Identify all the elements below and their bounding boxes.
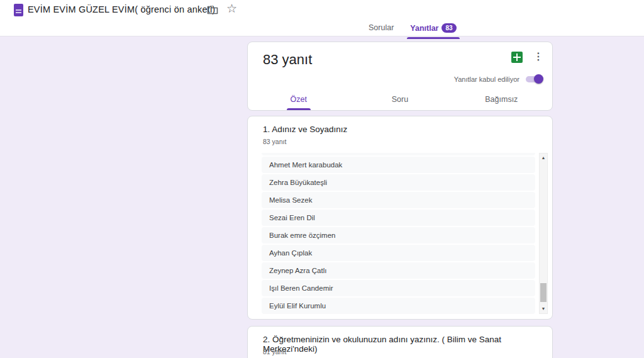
question-2-card: 2. Öğretmeninizin ve okulunuzun adını ya… — [247, 326, 553, 358]
scrollbar-up-arrow-icon[interactable]: ▲ — [540, 154, 547, 162]
answer-row: Ayhan Çıplak — [262, 245, 535, 261]
accepting-responses-label: Yanıtlar kabul ediliyor — [454, 76, 519, 83]
create-spreadsheet-icon[interactable] — [511, 52, 523, 63]
accepting-responses-row: Yanıtlar kabul ediliyor — [454, 76, 542, 83]
answer-row: Eylül Elif Kurumlu — [262, 298, 535, 314]
answer-row: Sezai Eren Dil — [262, 210, 535, 226]
responses-count-badge: 83 — [441, 23, 456, 33]
toggle-thumb — [534, 74, 543, 84]
active-tab-underline — [407, 37, 459, 39]
tab-yanitlar-label: Yanıtlar — [410, 24, 438, 33]
question-1-answers-list[interactable]: Ahmet Mert karabudak Zehra Büyükateşli M… — [262, 153, 535, 315]
tab-sorular[interactable]: Sorular — [369, 21, 394, 36]
answer-row: Burak emre özçimen — [262, 227, 535, 243]
responses-count-title: 83 yanıt — [263, 52, 312, 68]
top-app-bar: EVİM EVİM GÜZEL EVİM( öğrenci ön anketi)… — [0, 0, 644, 36]
question-2-title: 2. Öğretmeninizin ve okulunuzun adını ya… — [263, 335, 552, 354]
tab-ozet[interactable]: Özet — [248, 89, 349, 110]
answer-row: Zeynep Azra Çatlı — [262, 262, 535, 279]
forms-logo-icon — [14, 4, 23, 16]
answer-row: Işıl Beren Candemir — [262, 280, 535, 296]
question-2-response-count: 81 yanıt — [263, 348, 286, 355]
move-to-folder-icon[interactable] — [207, 5, 218, 15]
summary-view-tabs: Özet Soru Bağımsız — [248, 89, 552, 110]
question-1-response-count: 83 yanıt — [263, 138, 286, 145]
question-1-card: 1. Adınız ve Soyadınız 83 yanıt Ahmet Me… — [247, 116, 553, 320]
tab-bagimsiz[interactable]: Bağımsız — [451, 89, 552, 110]
question-1-title: 1. Adınız ve Soyadınız — [263, 125, 347, 134]
partial-answer-row — [262, 153, 535, 155]
tab-soru[interactable]: Soru — [349, 89, 450, 110]
scrollbar-down-arrow-icon[interactable]: ▼ — [540, 305, 547, 313]
tab-sorular-label: Sorular — [369, 23, 394, 32]
responses-summary-card: 83 yanıt ⋮ Yanıtlar kabul ediliyor Özet … — [247, 42, 553, 111]
answer-row: Melisa Sezek — [262, 192, 535, 208]
answers-scrollbar[interactable]: ▲ ▼ — [539, 153, 548, 314]
scrollbar-thumb[interactable] — [540, 283, 547, 302]
tab-yanitlar[interactable]: Yanıtlar83 — [410, 21, 456, 36]
more-options-icon[interactable]: ⋮ — [533, 50, 543, 63]
form-nav-tabs: Sorular Yanıtlar83 — [369, 21, 457, 36]
star-icon[interactable]: ☆ — [226, 1, 237, 16]
answer-row: Ahmet Mert karabudak — [262, 157, 535, 173]
answer-row: Zehra Büyükateşli — [262, 174, 535, 191]
form-title[interactable]: EVİM EVİM GÜZEL EVİM( öğrenci ön anketi) — [28, 4, 215, 14]
accepting-responses-toggle[interactable] — [526, 76, 542, 82]
